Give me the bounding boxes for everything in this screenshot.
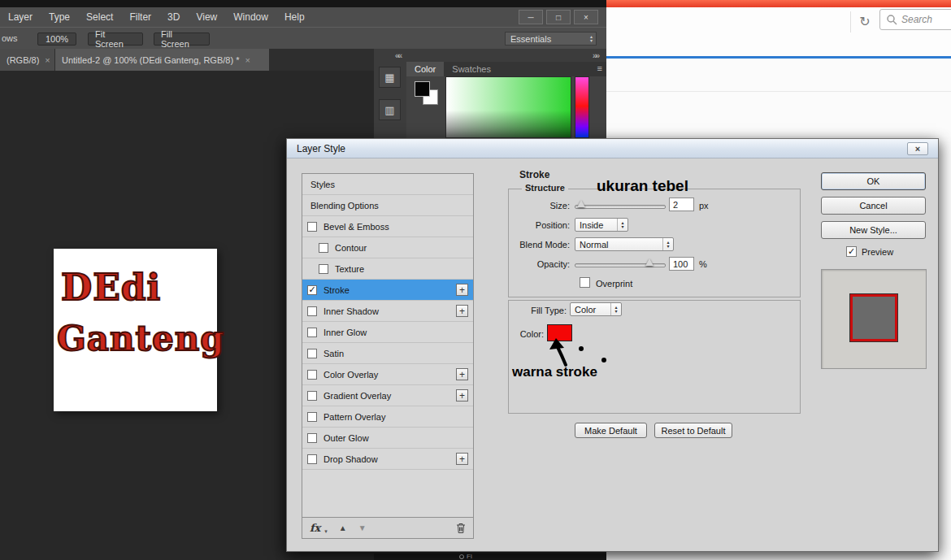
- color-panel: Color Swatches ≡: [406, 62, 606, 138]
- panel-menu-icon[interactable]: ≡: [597, 63, 602, 73]
- style-checkbox[interactable]: [307, 328, 317, 337]
- make-default-button[interactable]: Make Default: [575, 423, 647, 438]
- hue-strip[interactable]: [575, 76, 589, 138]
- workspace-dropdown[interactable]: Essentials ▴▾: [505, 32, 597, 46]
- style-item-gradient-overlay[interactable]: Gradient Overlay +: [302, 385, 473, 406]
- style-item-contour[interactable]: Contour: [302, 237, 473, 258]
- tab-close-icon[interactable]: ×: [245, 55, 250, 65]
- style-checkbox[interactable]: [307, 306, 317, 316]
- fill-screen-button[interactable]: Fill Screen: [154, 33, 210, 46]
- ok-button[interactable]: OK: [821, 172, 926, 190]
- menu-select[interactable]: Select: [78, 7, 121, 27]
- minimize-icon[interactable]: ─: [519, 10, 543, 24]
- move-down-icon[interactable]: ▼: [358, 523, 367, 532]
- style-item-drop-shadow[interactable]: Drop Shadow +: [302, 449, 473, 470]
- style-item-bevel-emboss[interactable]: Bevel & Emboss: [302, 216, 473, 237]
- add-effect-plus-button[interactable]: +: [456, 368, 468, 380]
- style-checkbox[interactable]: [307, 222, 317, 232]
- reload-icon[interactable]: ↻: [855, 11, 875, 31]
- stepper-icon: ▴▾: [662, 238, 673, 250]
- search-input[interactable]: [901, 14, 949, 25]
- document-tab-partial[interactable]: (RGB/8) ×: [0, 49, 54, 71]
- collapse-panels-left-icon[interactable]: ««: [395, 51, 401, 60]
- trash-icon[interactable]: [456, 523, 466, 534]
- workspace-dropdown-value: Essentials: [510, 34, 551, 44]
- style-item-pattern-overlay[interactable]: Pattern Overlay: [302, 406, 473, 428]
- add-effect-plus-button[interactable]: +: [456, 305, 468, 317]
- tab-close-icon[interactable]: ×: [45, 55, 50, 65]
- collapse-panels-right-icon[interactable]: »»: [593, 51, 598, 60]
- menu-3d[interactable]: 3D: [159, 7, 188, 27]
- style-item-label: Blending Options: [307, 201, 379, 211]
- add-effect-plus-button[interactable]: +: [456, 284, 468, 296]
- style-checkbox[interactable]: [307, 370, 317, 380]
- tab-label: (RGB/8): [7, 55, 39, 65]
- menu-type[interactable]: Type: [41, 7, 78, 27]
- menu-window[interactable]: Window: [225, 7, 276, 27]
- styles-list-footer: fx ▾ ▲ ▼: [302, 518, 474, 539]
- reset-to-default-button[interactable]: Reset to Default: [654, 423, 732, 438]
- size-slider-thumb[interactable]: [577, 200, 585, 207]
- new-style-button[interactable]: New Style...: [821, 221, 926, 239]
- add-effect-plus-button[interactable]: +: [456, 389, 468, 402]
- color-saturation-field[interactable]: [445, 76, 571, 138]
- style-item-label: Texture: [335, 264, 364, 274]
- window-top-edge: [0, 0, 606, 7]
- overprint-checkbox[interactable]: [580, 277, 590, 288]
- fx-icon[interactable]: fx: [310, 522, 320, 534]
- dialog-titlebar[interactable]: Layer Style ×: [287, 139, 938, 158]
- style-item-blending-options[interactable]: Blending Options: [302, 195, 473, 216]
- document-tab-active[interactable]: Untitled-2 @ 100% (DEdi Ganteng, RGB/8) …: [55, 49, 269, 71]
- canvas-artboard[interactable]: DEdi Ganteng: [54, 249, 217, 411]
- position-dropdown[interactable]: Inside ▴▾: [575, 218, 628, 232]
- search-box[interactable]: [879, 9, 951, 30]
- menu-filter[interactable]: Filter: [121, 7, 159, 27]
- cancel-button[interactable]: Cancel: [821, 197, 926, 215]
- style-checkbox[interactable]: [307, 391, 317, 401]
- panel-grid-icon[interactable]: ▦: [379, 67, 401, 88]
- toolbar-divider: [850, 11, 851, 33]
- maximize-icon[interactable]: □: [546, 10, 571, 24]
- color-label: Color:: [482, 329, 544, 339]
- menu-layer[interactable]: Layer: [0, 7, 41, 27]
- tab-color[interactable]: Color: [406, 62, 444, 76]
- close-icon[interactable]: ×: [574, 10, 598, 24]
- style-item-stroke[interactable]: ✓ Stroke +: [302, 280, 473, 301]
- style-checkbox[interactable]: [307, 349, 317, 358]
- style-item-inner-glow[interactable]: Inner Glow: [302, 322, 473, 343]
- dialog-close-icon[interactable]: ×: [907, 142, 928, 155]
- size-slider[interactable]: [575, 205, 666, 209]
- style-checkbox[interactable]: [319, 243, 328, 253]
- preview-checkbox[interactable]: ✓: [846, 246, 857, 257]
- add-effect-plus-button[interactable]: +: [456, 453, 468, 465]
- menu-help[interactable]: Help: [276, 7, 313, 27]
- page-divider: [606, 91, 951, 92]
- style-item-outer-glow[interactable]: Outer Glow: [302, 428, 473, 449]
- style-item-texture[interactable]: Texture: [302, 258, 473, 280]
- style-checkbox[interactable]: [307, 433, 317, 443]
- tab-swatches[interactable]: Swatches: [444, 62, 499, 76]
- zoom-100-button[interactable]: 100%: [37, 33, 76, 46]
- opacity-slider-thumb[interactable]: [645, 258, 654, 266]
- style-item-inner-shadow[interactable]: Inner Shadow +: [302, 301, 473, 322]
- foreground-color-swatch[interactable]: [415, 81, 430, 97]
- style-checkbox-checked[interactable]: ✓: [307, 285, 317, 295]
- style-item-satin[interactable]: Satin: [302, 343, 473, 364]
- style-item-styles[interactable]: Styles: [302, 174, 473, 195]
- size-field[interactable]: 2: [669, 198, 694, 211]
- style-item-color-overlay[interactable]: Color Overlay +: [302, 364, 473, 385]
- stroke-color-swatch[interactable]: [547, 324, 572, 341]
- panel-grid-icon[interactable]: ▥: [379, 99, 401, 120]
- fill-type-dropdown[interactable]: Color ▴▾: [570, 302, 622, 316]
- move-up-icon[interactable]: ▲: [339, 523, 347, 532]
- panels-area: «« »» ▦ ▥ Color Swatches ≡: [374, 49, 606, 138]
- menu-view[interactable]: View: [188, 7, 225, 27]
- size-label: Size:: [492, 201, 570, 211]
- style-checkbox[interactable]: [319, 264, 328, 274]
- opacity-slider[interactable]: [575, 263, 666, 267]
- style-checkbox[interactable]: [307, 412, 317, 422]
- fit-screen-button[interactable]: Fit Screen: [88, 33, 143, 46]
- style-checkbox[interactable]: [307, 454, 317, 464]
- blend-mode-dropdown[interactable]: Normal ▴▾: [575, 237, 674, 251]
- opacity-field[interactable]: 100: [669, 257, 694, 271]
